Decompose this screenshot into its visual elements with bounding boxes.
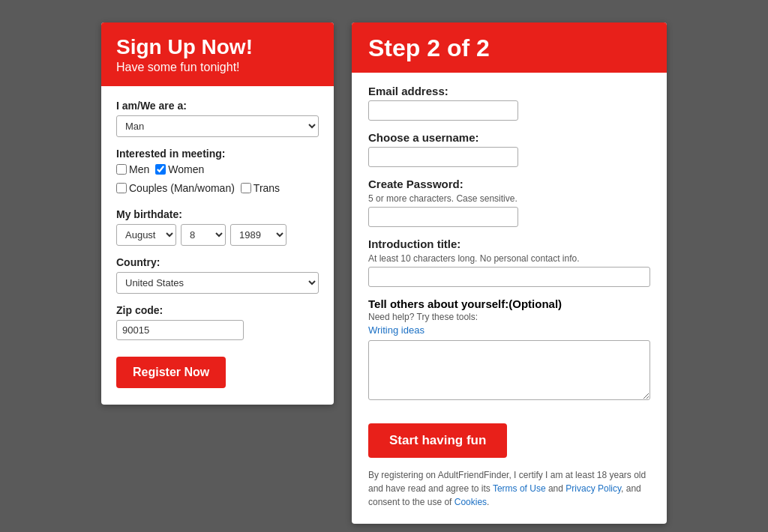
privacy-link[interactable]: Privacy Policy [566, 483, 621, 494]
writing-ideas-link[interactable]: Writing ideas [368, 324, 424, 336]
terms-link[interactable]: Terms of Use [493, 483, 546, 494]
iam-group: I am/We are a: Man Woman Couple (Man/wom… [116, 100, 319, 137]
country-label: Country: [116, 256, 319, 268]
left-card-body: I am/We are a: Man Woman Couple (Man/wom… [101, 86, 334, 405]
country-group: Country: United States Canada United Kin… [116, 256, 319, 294]
zip-input[interactable] [116, 320, 244, 340]
password-hint: 5 or more characters. Case sensitive. [368, 193, 650, 204]
username-label: Choose a username: [368, 131, 650, 144]
iam-label: I am/We are a: [116, 100, 319, 112]
right-card-body: Email address: Choose a username: Create… [352, 73, 667, 524]
cb-women[interactable] [155, 164, 166, 175]
email-label: Email address: [368, 85, 650, 97]
cb-couples-text: Couples (Man/woman) [129, 182, 235, 194]
cb-trans-label[interactable]: Trans [241, 182, 280, 194]
start-button[interactable]: Start having fun [368, 423, 507, 458]
about-hint: Need help? Try these tools: [368, 312, 650, 322]
checkbox-group: Men Women Couples (Man/woman) Trans [116, 163, 319, 198]
cb-couples-label[interactable]: Couples (Man/woman) [116, 182, 235, 194]
birthdate-row: JanuaryFebruaryMarch AprilMayJune JulyAu… [116, 224, 319, 246]
interested-group: Interested in meeting: Men Women Couples… [116, 148, 319, 198]
country-select[interactable]: United States Canada United Kingdom Aust… [116, 272, 319, 294]
legal-text-2: and [546, 483, 566, 494]
day-select[interactable]: 1234 5678 9101520 2531 [181, 224, 226, 246]
signup-title: Sign Up Now! [116, 36, 319, 59]
cb-men[interactable] [116, 164, 127, 175]
password-label: Create Password: [368, 178, 650, 190]
step-header: Step 2 of 2 [352, 22, 667, 73]
username-input[interactable] [368, 147, 518, 167]
right-card: Step 2 of 2 Email address: Choose a user… [352, 22, 667, 524]
intro-title-group: Introduction title: At least 10 characte… [368, 238, 650, 287]
legal-text-4: . [487, 497, 489, 507]
year-select[interactable]: 200520001995 199019891985 198019751970 [230, 224, 286, 246]
register-button[interactable]: Register Now [116, 357, 226, 388]
about-group: Tell others about yourself:(Optional) Ne… [368, 297, 650, 402]
step-title: Step 2 of 2 [368, 34, 650, 62]
iam-select[interactable]: Man Woman Couple (Man/woman) Trans [116, 115, 319, 137]
cb-men-text: Men [129, 163, 149, 175]
month-select[interactable]: JanuaryFebruaryMarch AprilMayJune JulyAu… [116, 224, 176, 246]
birthdate-label: My birthdate: [116, 208, 319, 220]
cookies-link[interactable]: Cookies [454, 497, 487, 507]
left-card: Sign Up Now! Have some fun tonight! I am… [101, 22, 334, 405]
cb-couples[interactable] [116, 183, 127, 193]
cb-trans[interactable] [241, 183, 251, 193]
zip-group: Zip code: [116, 304, 319, 340]
signup-subtitle: Have some fun tonight! [116, 61, 319, 74]
interested-label: Interested in meeting: [116, 148, 319, 160]
email-group: Email address: [368, 85, 650, 121]
about-textarea[interactable] [368, 340, 650, 400]
cb-men-label[interactable]: Men [116, 163, 149, 175]
cb-women-text: Women [168, 163, 204, 175]
about-label: Tell others about yourself:(Optional) [368, 297, 650, 310]
cb-trans-text: Trans [254, 182, 280, 194]
birthdate-group: My birthdate: JanuaryFebruaryMarch April… [116, 208, 319, 246]
username-group: Choose a username: [368, 131, 650, 167]
email-input[interactable] [368, 100, 518, 121]
cb-women-label[interactable]: Women [155, 163, 204, 175]
zip-label: Zip code: [116, 304, 319, 316]
intro-title-input[interactable] [368, 267, 650, 287]
password-input[interactable] [368, 207, 518, 227]
password-group: Create Password: 5 or more characters. C… [368, 178, 650, 227]
left-card-header: Sign Up Now! Have some fun tonight! [101, 22, 334, 86]
intro-title-label: Introduction title: [368, 238, 650, 250]
legal-text: By registering on AdultFriendFinder, I c… [368, 468, 650, 509]
intro-hint: At least 10 characters long. No personal… [368, 253, 650, 264]
